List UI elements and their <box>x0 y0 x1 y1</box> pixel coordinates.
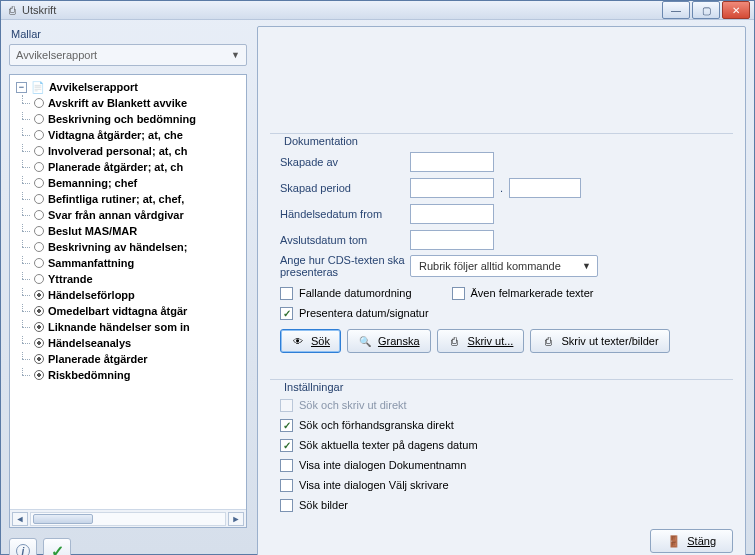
circle-node-icon <box>34 258 44 268</box>
check-icon: ✓ <box>51 542 64 556</box>
i4-checkbox[interactable] <box>280 459 293 472</box>
period-separator: . <box>500 182 503 194</box>
tree-item-label: Bemanning; chef <box>48 175 137 191</box>
circle-node-icon <box>34 194 44 204</box>
skapade-av-field[interactable] <box>410 152 494 172</box>
avslut-label: Avslutsdatum tom <box>280 234 410 246</box>
i1-checkbox[interactable] <box>280 399 293 412</box>
i5-checkbox[interactable] <box>280 479 293 492</box>
dokumentation-group: Dokumentation Skapade av Skapad period .… <box>270 127 733 367</box>
stang-label: Stäng <box>687 535 716 547</box>
handelsedatum-field[interactable] <box>410 204 494 224</box>
eye-node-icon <box>34 354 44 364</box>
templates-combo-value: Avvikelserapport <box>16 49 97 61</box>
tree-item-label: Beslut MAS/MAR <box>48 223 137 239</box>
tree-item-label: Involverad personal; at, ch <box>48 143 187 159</box>
tree-item-label: Riskbedömning <box>48 367 131 383</box>
circle-node-icon <box>34 210 44 220</box>
right-panel: Dokumentation Skapade av Skapad period .… <box>257 26 746 555</box>
tree-item[interactable]: Händelseanalys <box>10 335 246 351</box>
tree-item-label: Avskrift av Blankett avvike <box>48 95 187 111</box>
tree-item[interactable]: Beslut MAS/MAR <box>10 223 246 239</box>
body: Mallar Avvikelserapport ▼ −📄Avvikelserap… <box>1 20 754 555</box>
tree-item[interactable]: Vidtagna åtgärder; at, che <box>10 127 246 143</box>
i3-label: Sök aktuella texter på dagens datum <box>299 439 478 451</box>
info-button[interactable]: i <box>9 538 37 555</box>
dokumentation-title: Dokumentation <box>280 135 362 147</box>
tree-item[interactable]: Beskrivning av händelsen; <box>10 239 246 255</box>
tree-item[interactable]: Riskbedömning <box>10 367 246 383</box>
tree-item[interactable]: Svar från annan vårdgivar <box>10 207 246 223</box>
cds-combo-value: Rubrik följer alltid kommande <box>419 260 561 272</box>
minimize-button[interactable]: — <box>662 1 690 19</box>
scroll-track[interactable] <box>30 512 226 526</box>
circle-node-icon <box>34 98 44 108</box>
granska-button[interactable]: Granska <box>347 329 431 353</box>
templates-combo[interactable]: Avvikelserapport ▼ <box>9 44 247 66</box>
window-buttons: — ▢ ✕ <box>662 1 750 19</box>
skapade-av-label: Skapade av <box>280 156 410 168</box>
circle-node-icon <box>34 130 44 140</box>
avslut-field[interactable] <box>410 230 494 250</box>
presentera-checkbox[interactable] <box>280 307 293 320</box>
tree-item[interactable]: Beskrivning och bedömning <box>10 111 246 127</box>
tree-item-label: Sammanfattning <box>48 255 134 271</box>
tree-item[interactable]: Avskrift av Blankett avvike <box>10 95 246 111</box>
confirm-button[interactable]: ✓ <box>43 538 71 555</box>
tree-item[interactable]: Planerade åtgärder <box>10 351 246 367</box>
scroll-thumb[interactable] <box>33 514 93 524</box>
eye-node-icon <box>34 322 44 332</box>
tree-item-label: Planerade åtgärder <box>48 351 148 367</box>
i2-label: Sök och förhandsgranska direkt <box>299 419 454 431</box>
tree-item[interactable]: Involverad personal; at, ch <box>10 143 246 159</box>
aven-checkbox[interactable] <box>452 287 465 300</box>
template-tree[interactable]: −📄AvvikelserapportAvskrift av Blankett a… <box>10 75 246 509</box>
tree-item[interactable]: Yttrande <box>10 271 246 287</box>
magnifier-icon <box>358 335 372 347</box>
tree-item[interactable]: Omedelbart vidtagna åtgär <box>10 303 246 319</box>
tree-item-label: Befintliga rutiner; at, chef, <box>48 191 184 207</box>
presentera-label: Presentera datum/signatur <box>299 307 429 319</box>
tree-item[interactable]: Liknande händelser som in <box>10 319 246 335</box>
horizontal-scrollbar[interactable]: ◄ ► <box>10 509 246 527</box>
sok-button[interactable]: Sök <box>280 329 341 353</box>
tree-item[interactable]: Befintliga rutiner; at, chef, <box>10 191 246 207</box>
scroll-left-button[interactable]: ◄ <box>12 512 28 526</box>
window-title: Utskrift <box>22 4 662 16</box>
circle-node-icon <box>34 226 44 236</box>
fallande-label: Fallande datumordning <box>299 287 412 299</box>
titlebar: ⎙ Utskrift — ▢ ✕ <box>1 1 754 20</box>
fallande-checkbox[interactable] <box>280 287 293 300</box>
skapad-period-to-field[interactable] <box>509 178 581 198</box>
skrivut-tb-label: Skriv ut texter/bilder <box>561 335 658 347</box>
print-icon <box>541 335 555 347</box>
eye-node-icon <box>34 370 44 380</box>
circle-node-icon <box>34 178 44 188</box>
stang-button[interactable]: Stäng <box>650 529 733 553</box>
tree-item[interactable]: Händelseförlopp <box>10 287 246 303</box>
tree-item-label: Vidtagna åtgärder; at, che <box>48 127 183 143</box>
tree-item[interactable]: Planerade åtgärder; at, ch <box>10 159 246 175</box>
page-icon: 📄 <box>31 79 45 95</box>
tree-item[interactable]: Bemanning; chef <box>10 175 246 191</box>
skapad-period-from-field[interactable] <box>410 178 494 198</box>
tree-root[interactable]: −📄Avvikelserapport <box>10 79 246 95</box>
i2-checkbox[interactable] <box>280 419 293 432</box>
tree-item-label: Planerade åtgärder; at, ch <box>48 159 183 175</box>
installningar-title: Inställningar <box>280 381 347 393</box>
scroll-right-button[interactable]: ► <box>228 512 244 526</box>
tree-item-label: Yttrande <box>48 271 93 287</box>
tree-item[interactable]: Sammanfattning <box>10 255 246 271</box>
tree-item-label: Beskrivning och bedömning <box>48 111 196 127</box>
skrivut-texter-bilder-button[interactable]: Skriv ut texter/bilder <box>530 329 669 353</box>
cds-combo[interactable]: Rubrik följer alltid kommande ▼ <box>410 255 598 277</box>
aven-label: Även felmarkerade texter <box>471 287 594 299</box>
close-button[interactable]: ✕ <box>722 1 750 19</box>
collapse-icon[interactable]: − <box>16 82 27 93</box>
tree-item-label: Liknande händelser som in <box>48 319 190 335</box>
i6-checkbox[interactable] <box>280 499 293 512</box>
handelsedatum-label: Händelsedatum from <box>280 208 410 220</box>
i3-checkbox[interactable] <box>280 439 293 452</box>
skrivut-button[interactable]: Skriv ut... <box>437 329 525 353</box>
maximize-button[interactable]: ▢ <box>692 1 720 19</box>
